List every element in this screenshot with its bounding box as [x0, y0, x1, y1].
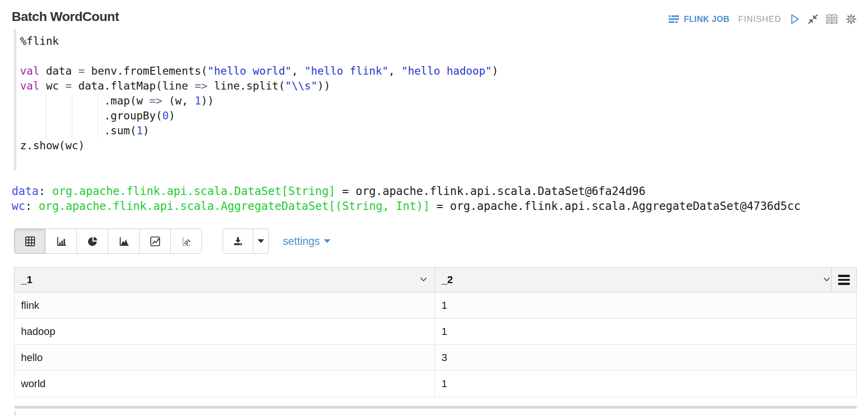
column-menu-chevron-icon[interactable] [420, 277, 427, 282]
pie-chart-button[interactable] [77, 229, 108, 254]
area-chart-button[interactable] [108, 229, 140, 254]
horizontal-scrollbar[interactable] [14, 406, 857, 409]
settings-label: settings [283, 235, 320, 248]
indent-guide [72, 94, 72, 139]
code-line: %flink [20, 34, 856, 49]
table-cell: 3 [435, 345, 856, 370]
collapse-icon[interactable] [807, 14, 819, 25]
column-header-1[interactable]: _1 [14, 268, 435, 292]
paragraph-controls: FLINK JOB FINISHED [668, 13, 857, 25]
settings-toggle[interactable]: settings [283, 235, 330, 248]
table-cell: world [14, 371, 435, 397]
bar-chart-button[interactable] [45, 229, 77, 254]
result-table: _1 _2 flink1hadoop1hello3world1 [14, 267, 857, 397]
code-line: val data = benv.fromElements("hello worl… [20, 63, 856, 78]
display-toolbar: settings [14, 229, 868, 254]
table-row[interactable]: flink1 [14, 292, 856, 319]
chevron-down-icon [258, 239, 264, 243]
column-header-2[interactable]: _2 [435, 268, 832, 292]
code-line [20, 49, 856, 63]
download-options-caret-button[interactable] [253, 229, 269, 254]
indent-guide [46, 94, 46, 139]
next-paragraph-edge [14, 411, 16, 416]
table-row[interactable]: world1 [14, 371, 856, 397]
column-header-label: _1 [21, 274, 32, 286]
hamburger-menu-icon [838, 275, 850, 285]
chart-type-button-group [14, 229, 202, 254]
column-header-label: _2 [441, 274, 453, 286]
table-view-button[interactable] [14, 229, 46, 254]
status-badge: FINISHED [738, 14, 781, 24]
table-cell: 1 [435, 371, 856, 397]
code-line: .map(w => (w, 1)) [20, 93, 856, 108]
table-body: flink1hadoop1hello3world1 [14, 292, 857, 397]
code-line: .groupBy(0) [20, 108, 856, 123]
job-list-icon [668, 14, 680, 24]
grid-menu-button[interactable] [832, 268, 856, 292]
job-label: FLINK JOB [684, 14, 729, 24]
output-line: data: org.apache.flink.api.scala.DataSet… [12, 184, 856, 199]
line-chart-button[interactable] [139, 229, 171, 254]
code-editor[interactable]: %flink val data = benv.fromElements("hel… [14, 29, 856, 171]
code-line: .sum(1) [20, 123, 856, 138]
scatter-chart-button[interactable] [170, 229, 202, 254]
code-line: val wc = data.flatMap(line => line.split… [20, 78, 856, 93]
paragraph-header: Batch WordCount FLINK JOB FINISHED [0, 0, 868, 25]
interpreter-output: data: org.apache.flink.api.scala.DataSet… [12, 184, 856, 214]
table-cell: hello [14, 345, 435, 370]
download-button-group [223, 229, 269, 254]
table-row[interactable]: hello3 [14, 345, 856, 371]
table-cell: 1 [435, 292, 856, 318]
table-cell: hadoop [14, 319, 435, 344]
indent-guide [98, 94, 98, 139]
output-line: wc: org.apache.flink.api.scala.Aggregate… [12, 199, 856, 214]
table-row[interactable]: hadoop1 [14, 319, 856, 345]
chevron-down-icon [324, 239, 330, 243]
run-button[interactable] [788, 13, 800, 25]
flink-job-link[interactable]: FLINK JOB [668, 14, 729, 24]
table-header-row: _1 _2 [14, 267, 857, 292]
download-button[interactable] [223, 229, 253, 254]
column-menu-chevron-icon[interactable] [823, 277, 830, 282]
report-view-icon[interactable] [826, 14, 838, 25]
page-title: Batch WordCount [12, 9, 119, 24]
table-cell: flink [14, 292, 435, 318]
gear-icon[interactable] [845, 13, 857, 25]
code-line: z.show(wc) [20, 138, 856, 153]
table-cell: 1 [435, 319, 856, 344]
